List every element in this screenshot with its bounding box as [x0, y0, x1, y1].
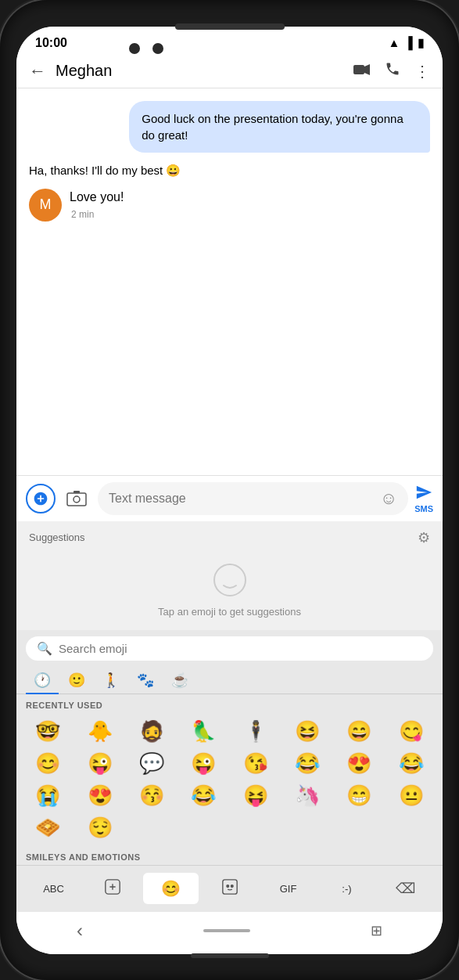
received-message-content-2: Love you! 2 min	[70, 189, 124, 220]
emoji-joy2[interactable]: 😂	[178, 780, 228, 811]
emoji-keyboard-button[interactable]: 😊	[143, 873, 199, 904]
emoji-heart-eyes2[interactable]: 😍	[74, 780, 124, 811]
emoji-kiss[interactable]: 😘	[231, 748, 281, 779]
signal-icon: ▐	[404, 36, 413, 49]
camera-left	[129, 43, 140, 54]
tab-food[interactable]: ☕	[163, 667, 196, 694]
gif-label: GIF	[280, 883, 297, 895]
svg-point-8	[226, 885, 228, 887]
svg-rect-2	[67, 493, 86, 506]
emoji-beard[interactable]: 🧔	[127, 716, 177, 747]
phone-screen: 10:00 ▲ ▐ ▮ ← Meghan	[16, 27, 443, 954]
emoji-relieved[interactable]: 😌	[74, 812, 124, 843]
suggestions-content: Tap an emoji to get suggestions	[16, 554, 443, 630]
contact-name: Meghan	[56, 62, 344, 80]
back-button[interactable]: ←	[29, 61, 46, 81]
sticker-icon	[104, 878, 121, 899]
tab-person[interactable]: 🚶	[95, 667, 127, 694]
svg-marker-1	[364, 64, 370, 75]
phone-bottom-pill	[191, 953, 269, 958]
text-face-button[interactable]: :-)	[319, 877, 375, 901]
emoji-search-input[interactable]	[59, 642, 422, 655]
message-time: 2 min	[70, 209, 124, 220]
abc-label: ABC	[43, 883, 64, 895]
message-input-box[interactable]: ☺	[98, 482, 408, 515]
svg-point-3	[74, 496, 80, 503]
send-sms-button[interactable]: SMS	[414, 484, 433, 513]
sticker-button[interactable]	[84, 872, 140, 906]
photo-button[interactable]	[62, 484, 91, 513]
emoji-nerd[interactable]: 🤓	[23, 716, 73, 747]
status-bar: 10:00 ▲ ▐ ▮	[16, 27, 443, 55]
phone-call-button[interactable]	[385, 61, 400, 81]
keyboard-bottom-bar: ABC 😊	[16, 865, 443, 912]
emoji-suited[interactable]: 🕴	[231, 716, 281, 747]
message-input-area: ☺ SMS	[16, 475, 443, 521]
phone-frame: 10:00 ▲ ▐ ▮ ← Meghan	[0, 0, 459, 980]
emoji-crying[interactable]: 😭	[23, 780, 73, 811]
emoji-keyboard: 🔍 🕐 🙂 🚶 🐾 ☕ RECENTLY USED 🤓 🐥 🧔 🦜 🕴	[16, 630, 443, 912]
header-actions: ⋮	[353, 61, 430, 81]
emoji-grinning[interactable]: 😄	[334, 716, 384, 747]
status-time: 10:00	[35, 36, 67, 50]
emoji-speech[interactable]: 💬	[127, 748, 177, 779]
suggestions-label: Suggestions	[29, 531, 85, 543]
phone-top-bezel	[175, 23, 285, 30]
emoji-stuck-out[interactable]: 😝	[231, 780, 281, 811]
status-icons: ▲ ▐ ▮	[389, 36, 425, 50]
abc-button[interactable]: ABC	[26, 877, 81, 901]
video-call-button[interactable]	[353, 62, 371, 80]
emoji-laughing[interactable]: 😂	[282, 748, 332, 779]
nav-bar: ‹ ⊞	[16, 912, 443, 954]
recently-used-grid: 🤓 🐥 🧔 🦜 🕴 😆 😄 😋 😊 😜 💬 😜 😘 😂 😍 😂 😭 😍 😚	[16, 713, 443, 846]
svg-rect-0	[353, 65, 364, 74]
emoji-search-box[interactable]: 🔍	[26, 636, 433, 661]
suggestions-bar: Suggestions ⚙	[16, 521, 443, 554]
add-content-button[interactable]	[26, 484, 56, 513]
delete-button[interactable]: ⌫	[378, 874, 433, 903]
emoji-category-tabs: 🕐 🙂 🚶 🐾 ☕	[16, 667, 443, 694]
tab-nature[interactable]: 🐾	[129, 667, 162, 694]
nav-recents-button[interactable]: ⊞	[371, 922, 382, 939]
emoji-parrot[interactable]: 🦜	[178, 716, 228, 747]
nav-home-pill[interactable]	[203, 929, 250, 932]
emoji-tongue[interactable]: 😜	[74, 748, 124, 779]
battery-icon: ▮	[418, 36, 424, 50]
message-text-input[interactable]	[109, 492, 374, 506]
emoji-joy[interactable]: 😂	[386, 748, 436, 779]
more-options-button[interactable]: ⋮	[414, 62, 430, 81]
emoji-chick[interactable]: 🐥	[74, 716, 124, 747]
emoji-wink-tongue[interactable]: 😜	[178, 748, 228, 779]
received-message-text-2: Love you!	[70, 189, 124, 206]
chat-area: Good luck on the presentation today, you…	[16, 88, 443, 475]
emoji-unicorn[interactable]: 🦄	[282, 780, 332, 811]
emoji-kiss2[interactable]: 😚	[127, 780, 177, 811]
wifi-icon: ▲	[389, 36, 400, 49]
emoji-picker-button[interactable]: ☺	[380, 488, 397, 509]
emoji-neutral[interactable]: 😐	[386, 780, 436, 811]
received-message-text-1: Ha, thanks! I'll do my best 😀	[29, 162, 181, 179]
emoji-blush[interactable]: 😊	[23, 748, 73, 779]
sms-label: SMS	[414, 504, 433, 513]
svg-point-9	[231, 885, 233, 887]
tab-smiley[interactable]: 🙂	[60, 667, 93, 694]
emoji-yum[interactable]: 😋	[386, 716, 436, 747]
suggestions-settings-button[interactable]: ⚙	[418, 529, 430, 546]
svg-point-5	[214, 564, 246, 596]
tab-recent[interactable]: 🕐	[26, 667, 59, 694]
search-icon: 🔍	[37, 641, 52, 656]
gif-button[interactable]: GIF	[260, 877, 316, 901]
suggestions-hint-text: Tap an emoji to get suggestions	[158, 606, 301, 618]
svg-rect-4	[74, 491, 80, 493]
contact-avatar: M	[29, 189, 62, 222]
recently-used-label: RECENTLY USED	[16, 694, 443, 713]
emoji-waffle[interactable]: 🧇	[23, 812, 73, 843]
sent-message-bubble: Good luck on the presentation today, you…	[129, 101, 430, 153]
emoji-grin[interactable]: 😁	[334, 780, 384, 811]
emoji-squinting[interactable]: 😆	[282, 716, 332, 747]
smileys-label: SMILEYS AND EMOTIONS	[16, 846, 443, 865]
emoji-keyboard-icon: 😊	[161, 879, 181, 898]
emoji-heart-eyes[interactable]: 😍	[334, 748, 384, 779]
nav-back-button[interactable]: ‹	[77, 920, 83, 942]
kaomoji-button[interactable]	[202, 872, 257, 906]
